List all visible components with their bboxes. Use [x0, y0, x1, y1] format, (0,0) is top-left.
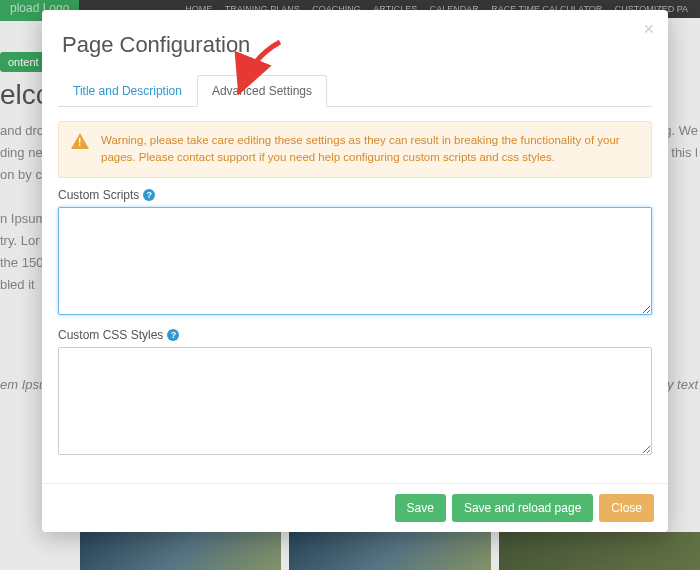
close-icon[interactable]: × [643, 20, 654, 38]
custom-scripts-input[interactable] [58, 207, 652, 315]
warning-text: Warning, please take care editing these … [101, 134, 620, 163]
custom-scripts-label: Custom Scripts [58, 188, 139, 202]
help-icon[interactable]: ? [143, 189, 155, 201]
modal-title: Page Configuration [42, 10, 668, 74]
custom-css-group: Custom CSS Styles ? [58, 328, 652, 458]
custom-scripts-group: Custom Scripts ? [58, 188, 652, 318]
save-reload-button[interactable]: Save and reload page [452, 494, 593, 522]
tab-title-description[interactable]: Title and Description [58, 75, 197, 107]
tab-bar: Title and Description Advanced Settings [58, 74, 652, 107]
modal-footer: Save Save and reload page Close [42, 483, 668, 532]
warning-icon [71, 133, 89, 149]
tab-advanced-settings[interactable]: Advanced Settings [197, 75, 327, 107]
custom-css-label: Custom CSS Styles [58, 328, 163, 342]
close-button[interactable]: Close [599, 494, 654, 522]
help-icon[interactable]: ? [167, 329, 179, 341]
save-button[interactable]: Save [395, 494, 446, 522]
warning-alert: Warning, please take care editing these … [58, 121, 652, 178]
page-config-modal: × Page Configuration Title and Descripti… [42, 10, 668, 532]
custom-css-input[interactable] [58, 347, 652, 455]
